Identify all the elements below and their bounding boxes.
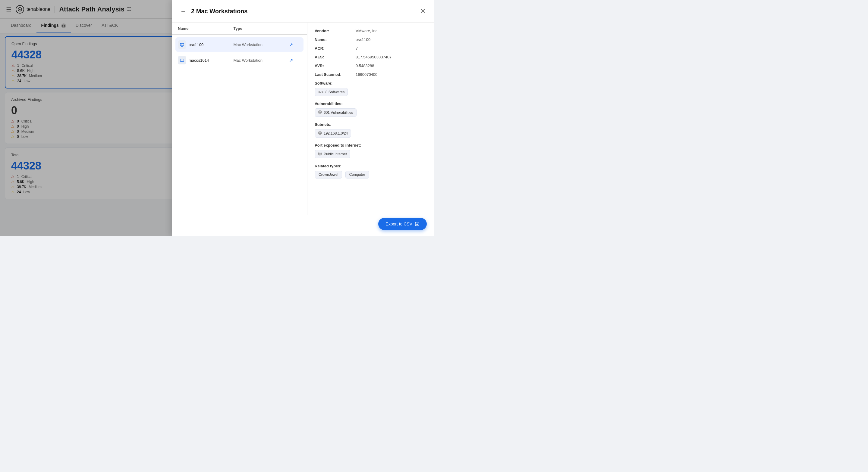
subnets-section: Subnets: 192.168.1.0/24 [315,122,427,138]
last-scanned-label: Last Scanned: [315,72,351,77]
subnets-value: 192.168.1.0/24 [324,131,348,135]
item-name-1: macos1014 [189,58,209,63]
list-panel: Name Type [172,23,307,215]
svg-point-7 [319,112,321,113]
external-link-icon-1[interactable]: ↗ [289,58,301,63]
code-icon: </> [318,90,324,94]
vulnerabilities-tag[interactable]: 601 Vulnerabilities [315,108,356,117]
globe-icon [318,152,322,157]
svg-rect-3 [181,44,181,44]
subnets-tag[interactable]: 192.168.1.0/24 [315,129,351,138]
vendor-label: Vendor: [315,29,351,33]
port-label: Port exposed to internet: [315,143,427,147]
software-section: Software: </> 8 Softwares [315,81,427,96]
drawer-header-left: ← 2 Mac Workstations [179,7,247,16]
subnets-label: Subnets: [315,122,427,127]
vulnerabilities-section: Vulnerabilities: 601 Vulnerabilities [315,101,427,117]
last-scanned-row: Last Scanned: 1690070400 [315,72,427,77]
vendor-value: VMware, Inc. [355,29,378,33]
acr-value: 7 [355,46,358,50]
svg-rect-4 [180,59,184,61]
port-tag[interactable]: Public Internet [315,150,350,158]
related-tag-crownjewel[interactable]: CrownJewel [315,171,342,178]
name-row: Name: osx1100 [315,37,427,42]
col-type-header: Type [234,26,287,31]
last-scanned-value: 1690070400 [355,72,377,77]
port-value: Public Internet [324,152,347,156]
side-drawer: ← 2 Mac Workstations ✕ Name Type [172,0,434,236]
item-type-1: Mac Workstation [234,58,287,63]
vuln-icon [318,110,322,115]
related-types-section: Related types: CrownJewel Computer [315,164,427,178]
subnet-icon [318,131,322,136]
back-button[interactable]: ← [179,7,187,16]
export-csv-icon [415,222,420,226]
aes-label: AES: [315,55,351,59]
software-tag[interactable]: </> 8 Softwares [315,88,348,96]
list-item[interactable]: osx1100 Mac Workstation ↗ [176,37,304,52]
node-icon [178,56,186,64]
drawer-body: Name Type [172,23,434,215]
avr-value: 9.5483288 [355,64,374,68]
drawer-header: ← 2 Mac Workstations ✕ [172,0,434,23]
drawer-title: 2 Mac Workstations [191,8,247,15]
vulnerabilities-label: Vulnerabilities: [315,101,427,106]
avr-label: AVR: [315,64,351,68]
list-header: Name Type [172,23,307,35]
acr-row: ACR: 7 [315,46,427,50]
port-section: Port exposed to internet: Public Interne… [315,143,427,158]
software-value: 8 Softwares [326,90,344,94]
list-item[interactable]: macos1014 Mac Workstation ↗ [176,53,304,67]
item-name-cell: osx1100 [178,40,231,49]
drawer-footer: Export to CSV [172,215,434,236]
item-type-0: Mac Workstation [234,42,287,47]
export-csv-label: Export to CSV [385,222,412,226]
overlay: ← 2 Mac Workstations ✕ Name Type [0,0,434,236]
external-link-icon-0[interactable]: ↗ [289,42,301,47]
list-items: osx1100 Mac Workstation ↗ [172,35,307,215]
col-name-header: Name [178,26,231,31]
node-icon [178,40,186,49]
close-button[interactable]: ✕ [419,6,427,16]
acr-label: ACR: [315,46,351,50]
related-tag-computer[interactable]: Computer [345,171,369,178]
name-label: Name: [315,37,351,42]
related-types-tags: CrownJewel Computer [315,171,427,178]
software-label: Software: [315,81,427,86]
svg-rect-5 [181,60,181,60]
vulnerabilities-value: 601 Vulnerabilities [324,110,353,115]
avr-row: AVR: 9.5483288 [315,64,427,68]
name-value: osx1100 [355,37,370,42]
aes-row: AES: 817.5469503337407 [315,55,427,59]
details-panel: Vendor: VMware, Inc. Name: osx1100 ACR: … [307,23,434,215]
export-csv-button[interactable]: Export to CSV [378,218,427,230]
item-name-0: osx1100 [189,42,204,47]
related-types-label: Related types: [315,164,427,168]
aes-value: 817.5469503337407 [355,55,392,59]
vendor-row: Vendor: VMware, Inc. [315,29,427,33]
svg-rect-2 [180,43,184,46]
item-name-cell: macos1014 [178,56,231,64]
